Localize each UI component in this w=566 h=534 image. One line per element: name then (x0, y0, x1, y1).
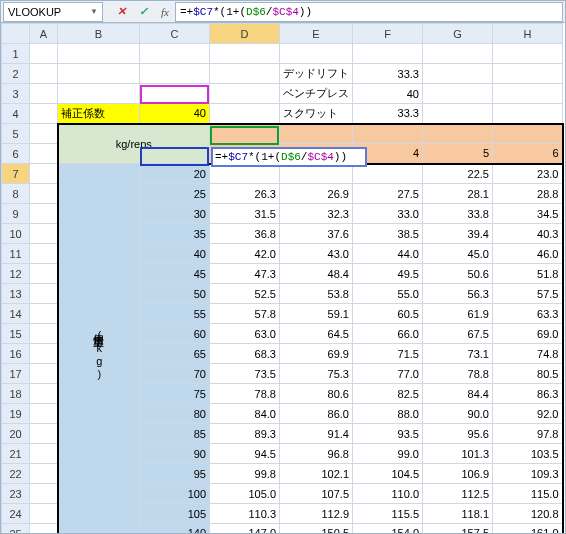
data-cell[interactable]: 95.6 (423, 424, 493, 444)
data-cell[interactable]: 44.0 (353, 244, 423, 264)
data-cell[interactable]: 110.0 (353, 484, 423, 504)
data-cell[interactable]: 150.5 (280, 524, 353, 535)
data-cell[interactable]: 32.3 (280, 204, 353, 224)
data-cell[interactable]: 104.5 (353, 464, 423, 484)
data-cell[interactable]: 112.5 (423, 484, 493, 504)
data-cell[interactable]: 101.3 (423, 444, 493, 464)
data-cell[interactable]: 86.0 (280, 404, 353, 424)
data-cell[interactable]: 157.5 (423, 524, 493, 535)
data-cell[interactable]: 69.9 (280, 344, 353, 364)
row-header[interactable]: 18 (2, 384, 30, 404)
data-cell[interactable]: 33.0 (353, 204, 423, 224)
row-header[interactable]: 25 (2, 524, 30, 535)
data-cell[interactable]: 59.1 (280, 304, 353, 324)
data-cell[interactable]: 73.1 (423, 344, 493, 364)
data-cell[interactable]: 51.8 (493, 264, 563, 284)
col-header[interactable]: F (353, 24, 423, 44)
col-header[interactable]: A (30, 24, 58, 44)
row-header[interactable]: 21 (2, 444, 30, 464)
data-cell[interactable]: 22.5 (423, 164, 493, 184)
lift-name[interactable]: スクワット (280, 104, 353, 124)
data-cell[interactable]: 56.3 (423, 284, 493, 304)
data-cell[interactable]: 78.8 (210, 384, 280, 404)
data-cell[interactable]: 74.8 (493, 344, 563, 364)
data-cell[interactable]: 120.8 (493, 504, 563, 524)
data-cell[interactable]: 45.0 (423, 244, 493, 264)
data-cell[interactable]: 47.3 (210, 264, 280, 284)
data-cell[interactable]: 63.0 (210, 324, 280, 344)
data-cell[interactable]: 89.3 (210, 424, 280, 444)
row-header[interactable]: 19 (2, 404, 30, 424)
data-cell[interactable]: 115.0 (493, 484, 563, 504)
row-header[interactable]: 15 (2, 324, 30, 344)
data-cell[interactable]: 78.8 (423, 364, 493, 384)
data-cell[interactable]: 106.9 (423, 464, 493, 484)
data-cell[interactable]: 82.5 (353, 384, 423, 404)
reps-header[interactable]: 5 (423, 144, 493, 164)
data-cell[interactable]: 38.5 (353, 224, 423, 244)
data-cell[interactable]: 40.3 (493, 224, 563, 244)
data-cell[interactable]: 80.6 (280, 384, 353, 404)
weight-cell[interactable]: 35 (140, 224, 210, 244)
row-header[interactable]: 6 (2, 144, 30, 164)
weight-cell[interactable]: 90 (140, 444, 210, 464)
weight-cell[interactable]: 80 (140, 404, 210, 424)
col-header-selected[interactable]: D (210, 24, 280, 44)
data-cell[interactable]: 147.0 (210, 524, 280, 535)
data-cell[interactable]: 92.0 (493, 404, 563, 424)
cancel-icon[interactable]: ✕ (113, 4, 129, 20)
data-cell[interactable]: 23.0 (493, 164, 563, 184)
weight-cell[interactable]: 100 (140, 484, 210, 504)
data-cell[interactable]: 26.9 (280, 184, 353, 204)
data-cell[interactable]: 31.5 (210, 204, 280, 224)
data-cell[interactable]: 55.0 (353, 284, 423, 304)
weight-cell[interactable]: 85 (140, 424, 210, 444)
data-cell[interactable]: 28.1 (423, 184, 493, 204)
data-cell[interactable]: 99.0 (353, 444, 423, 464)
data-cell[interactable]: 34.5 (493, 204, 563, 224)
data-cell[interactable]: 57.5 (493, 284, 563, 304)
weight-cell[interactable]: 45 (140, 264, 210, 284)
weight-cell[interactable]: 75 (140, 384, 210, 404)
data-cell[interactable]: 109.3 (493, 464, 563, 484)
data-cell[interactable]: 46.0 (493, 244, 563, 264)
data-cell[interactable]: 53.8 (280, 284, 353, 304)
weight-cell[interactable]: 105 (140, 504, 210, 524)
data-cell[interactable]: 71.5 (353, 344, 423, 364)
data-cell[interactable]: 107.5 (280, 484, 353, 504)
data-cell[interactable]: 69.0 (493, 324, 563, 344)
col-header[interactable]: E (280, 24, 353, 44)
active-cell-edit[interactable]: =+$C7*(1+(D$6/$C$4)) (211, 147, 367, 167)
row-header[interactable]: 7 (2, 164, 30, 184)
name-box-dropdown-icon[interactable]: ▼ (90, 7, 98, 16)
lift-val[interactable]: 40 (353, 84, 423, 104)
data-cell[interactable]: 91.4 (280, 424, 353, 444)
data-cell[interactable]: 50.6 (423, 264, 493, 284)
data-cell[interactable]: 154.0 (353, 524, 423, 535)
data-cell[interactable]: 115.5 (353, 504, 423, 524)
weight-cell[interactable]: 95 (140, 464, 210, 484)
data-cell[interactable]: 57.8 (210, 304, 280, 324)
data-cell[interactable]: 77.0 (353, 364, 423, 384)
data-cell[interactable]: 36.8 (210, 224, 280, 244)
row-header[interactable]: 10 (2, 224, 30, 244)
data-cell[interactable]: 33.8 (423, 204, 493, 224)
row-header[interactable]: 5 (2, 124, 30, 144)
data-cell[interactable]: 43.0 (280, 244, 353, 264)
data-cell[interactable]: 64.5 (280, 324, 353, 344)
data-cell[interactable]: 99.8 (210, 464, 280, 484)
weight-cell[interactable]: 65 (140, 344, 210, 364)
data-cell[interactable]: 118.1 (423, 504, 493, 524)
weight-cell[interactable]: 60 (140, 324, 210, 344)
grid[interactable]: A B C D E F G H 1 2 デッドリフト 33.3 3 ベンチプレス… (1, 23, 564, 534)
row-header[interactable]: 3 (2, 84, 30, 104)
data-cell[interactable]: 93.5 (353, 424, 423, 444)
select-all-corner[interactable] (2, 24, 30, 44)
row-header[interactable]: 14 (2, 304, 30, 324)
row-header[interactable]: 23 (2, 484, 30, 504)
corr-coef-label[interactable]: 補正係数 (58, 104, 140, 124)
formula-input[interactable]: =+$C7*(1+(D$6/$C$4)) (175, 2, 563, 22)
row-header[interactable]: 11 (2, 244, 30, 264)
data-cell[interactable]: 88.0 (353, 404, 423, 424)
col-header[interactable]: G (423, 24, 493, 44)
